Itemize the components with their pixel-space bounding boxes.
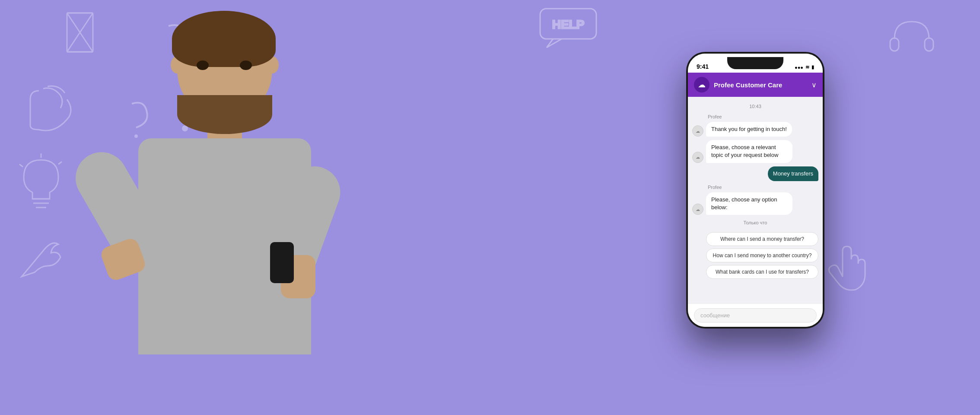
bot-message-group-2: ☁ Please, choose a relevant topic of you… xyxy=(692,140,818,163)
chat-input-area: сообщение xyxy=(688,303,823,327)
battery-icon: ▮ xyxy=(811,64,814,70)
bot-avatar-1: ☁ xyxy=(692,125,703,137)
bot-avatar-3: ☁ xyxy=(692,204,703,215)
chat-input[interactable]: сообщение xyxy=(694,308,817,322)
phone-screen: 9:41 ●●● ≋ ▮ ☁ Profee Customer Care xyxy=(688,54,823,327)
profee-logo-icon: ☁ xyxy=(698,80,706,89)
option-btn-1[interactable]: Where can I send a money transfer? xyxy=(706,232,818,246)
phone-mockup: 9:41 ●●● ≋ ▮ ☁ Profee Customer Care xyxy=(686,52,824,329)
chat-app-name: Profee Customer Care xyxy=(714,81,807,89)
chat-header-info: Profee Customer Care xyxy=(714,81,807,89)
bot-bubble-2: Please, choose a relevant topic of your … xyxy=(706,140,792,163)
bot-bubble-1: Thank you for getting in touch! xyxy=(706,122,792,137)
option-buttons[interactable]: Where can I send a money transfer? How c… xyxy=(706,232,818,279)
bot-bubble-3: Please, choose any option below: xyxy=(706,192,792,215)
recently-label: Только что xyxy=(692,220,818,225)
sender-label-3: Profee xyxy=(708,185,818,190)
message-timestamp: 10:43 xyxy=(692,104,818,109)
chat-body: 10:43 Profee ☁ Thank you for getting in … xyxy=(688,97,823,303)
status-icons: ●●● ≋ ▮ xyxy=(795,64,814,70)
chat-header[interactable]: ☁ Profee Customer Care ∨ xyxy=(688,73,823,97)
chat-avatar: ☁ xyxy=(694,77,710,93)
bot-avatar-2: ☁ xyxy=(692,152,703,163)
user-bubble: Money transfers xyxy=(768,166,818,181)
header-chevron-icon[interactable]: ∨ xyxy=(811,81,817,89)
message-row-1: ☁ Thank you for getting in touch! xyxy=(692,122,818,137)
wifi-icon: ≋ xyxy=(805,64,809,70)
bot-message-group-1: Profee ☁ Thank you for getting in touch! xyxy=(692,114,818,137)
signal-icon: ●●● xyxy=(795,65,803,70)
phone-frame: 9:41 ●●● ≋ ▮ ☁ Profee Customer Care xyxy=(686,52,824,329)
status-time: 9:41 xyxy=(697,63,709,70)
page-container: HELP xyxy=(0,0,980,415)
message-row-3: ☁ Please, choose any option below: xyxy=(692,192,818,215)
phone-notch xyxy=(727,57,783,69)
user-message-container: Money transfers xyxy=(692,166,818,181)
person-image xyxy=(60,0,441,415)
option-btn-3[interactable]: What bank cards can I use for transfers? xyxy=(706,265,818,279)
option-btn-2[interactable]: How can I send money to another country? xyxy=(706,249,818,262)
bot-message-group-3: Profee ☁ Please, choose any option below… xyxy=(692,185,818,215)
message-row-2: ☁ Please, choose a relevant topic of you… xyxy=(692,140,818,163)
sender-label-1: Profee xyxy=(708,114,818,119)
